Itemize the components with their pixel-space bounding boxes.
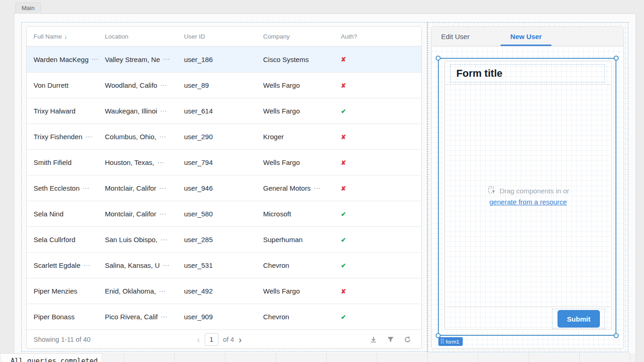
submit-button[interactable]: Submit: [558, 310, 600, 328]
table-cell[interactable]: Wells Fargo: [263, 158, 341, 166]
table-row[interactable]: Piper MenziesEnid, Oklahoma,⋯user_492Wel…: [27, 278, 421, 304]
form-component[interactable]: Form title Drag components in or generat…: [444, 61, 612, 330]
cell-overflow-icon[interactable]: ⋯: [157, 158, 164, 167]
table-cell[interactable]: user_794: [184, 158, 263, 166]
cell-overflow-icon[interactable]: ⋯: [313, 184, 320, 192]
cell-overflow-icon[interactable]: ⋯: [92, 55, 98, 63]
form-title-selection[interactable]: Form title: [450, 64, 605, 83]
table-cell[interactable]: Montclair, Califor⋯: [105, 184, 184, 192]
cell-overflow-icon[interactable]: ⋯: [159, 210, 166, 218]
cell-overflow-icon[interactable]: ⋯: [82, 184, 89, 192]
table-cell[interactable]: Kroger: [263, 133, 341, 141]
table-cell[interactable]: Sela Cullrford: [27, 236, 105, 243]
table-row[interactable]: Scarlett Egdale⋯Salina, Kansas, U⋯user_5…: [27, 252, 421, 278]
table-cell[interactable]: user_186: [184, 56, 263, 63]
cell-overflow-icon[interactable]: ⋯: [159, 287, 166, 295]
table-cell[interactable]: user_89: [184, 81, 263, 89]
table-cell[interactable]: General Motors⋯: [263, 184, 341, 192]
table-cell[interactable]: Woodland, Califo⋯: [105, 81, 184, 90]
column-header-full-name[interactable]: Full Name↓: [27, 33, 105, 40]
table-cell[interactable]: user_531: [184, 261, 263, 269]
table-cell[interactable]: Columbus, Ohio,⋯: [105, 133, 184, 141]
table-cell-auth[interactable]: ✘: [341, 159, 396, 166]
table-cell[interactable]: Superhuman: [263, 236, 341, 243]
cell-overflow-icon[interactable]: ⋯: [85, 133, 92, 141]
cell-overflow-icon[interactable]: ⋯: [160, 107, 167, 115]
table-cell-auth[interactable]: ✔: [341, 313, 396, 321]
table-cell[interactable]: Enid, Oklahoma,⋯: [105, 287, 184, 295]
cell-overflow-icon[interactable]: ⋯: [159, 133, 166, 141]
table-cell-auth[interactable]: ✘: [341, 133, 396, 141]
column-header-company[interactable]: Company: [263, 33, 341, 40]
table-cell[interactable]: user_946: [184, 184, 263, 192]
next-page-button[interactable]: ›: [239, 335, 242, 344]
table-cell-auth[interactable]: ✘: [341, 288, 396, 295]
cell-overflow-icon[interactable]: ⋯: [161, 313, 167, 321]
table-cell[interactable]: user_580: [184, 210, 263, 218]
prev-page-button[interactable]: ‹: [197, 335, 200, 344]
table-cell[interactable]: Montclair, Califor⋯: [105, 210, 184, 218]
table-cell[interactable]: user_909: [184, 313, 263, 321]
form-drop-zone[interactable]: Drag components in or generate from a re…: [445, 84, 611, 306]
table-cell[interactable]: Wells Fargo: [263, 287, 341, 295]
table-cell[interactable]: Houston, Texas,⋯: [105, 158, 184, 167]
cell-overflow-icon[interactable]: ⋯: [160, 236, 167, 244]
tab-edit-user[interactable]: Edit User: [441, 27, 470, 46]
table-cell-auth[interactable]: ✔: [341, 236, 396, 243]
resize-handle-bottom-right[interactable]: [614, 333, 619, 338]
table-cell-auth[interactable]: ✔: [341, 262, 396, 269]
table-cell-auth[interactable]: ✔: [341, 210, 396, 218]
table-cell[interactable]: Wells Fargo: [263, 81, 341, 89]
resize-handle-top-right[interactable]: [614, 56, 619, 61]
table-cell-auth[interactable]: ✔: [341, 107, 396, 115]
table-row[interactable]: Sela CullrfordSan Luis Obispo,⋯user_285S…: [27, 226, 421, 252]
generate-from-resource-link[interactable]: generate from a resource: [489, 198, 567, 206]
table-cell[interactable]: Cisco Systems: [263, 56, 341, 63]
table-cell[interactable]: user_492: [184, 287, 263, 295]
table-cell[interactable]: user_290: [184, 133, 263, 141]
table-cell[interactable]: Chevron: [263, 313, 341, 321]
table-cell[interactable]: Salina, Kansas, U⋯: [105, 261, 184, 270]
cell-overflow-icon[interactable]: ⋯: [163, 55, 170, 63]
table-cell-auth[interactable]: ✘: [341, 185, 396, 192]
table-cell-auth[interactable]: ✘: [341, 56, 396, 63]
users-table[interactable]: Full Name↓LocationUser IDCompanyAuth? Wa…: [26, 26, 422, 349]
column-header-user-id[interactable]: User ID: [184, 33, 263, 40]
table-cell[interactable]: Scarlett Egdale⋯: [27, 261, 105, 270]
table-cell[interactable]: Sela Nind: [27, 210, 105, 218]
table-cell[interactable]: Waukegan, Illinoi⋯: [105, 107, 184, 115]
cell-overflow-icon[interactable]: ⋯: [160, 81, 167, 90]
table-cell[interactable]: Piper Menzies: [27, 287, 105, 295]
table-cell[interactable]: Piper Bonass: [27, 313, 105, 321]
table-cell[interactable]: Von Durrett: [27, 81, 105, 89]
table-row[interactable]: Warden MacKegg⋯Valley Stream, Ne⋯user_18…: [27, 46, 421, 72]
table-row[interactable]: Trixy HalwardWaukegan, Illinoi⋯user_614W…: [27, 98, 421, 124]
refresh-icon[interactable]: [404, 336, 411, 343]
main-canvas-tab[interactable]: Main: [15, 2, 41, 14]
cell-overflow-icon[interactable]: ⋯: [162, 261, 169, 270]
table-cell[interactable]: Microsoft: [263, 210, 341, 218]
table-cell[interactable]: Valley Stream, Ne⋯: [105, 55, 184, 63]
table-cell[interactable]: Smith Fifield: [27, 158, 105, 166]
table-cell[interactable]: Seth Eccleston⋯: [27, 184, 105, 192]
cell-overflow-icon[interactable]: ⋯: [159, 184, 166, 192]
table-cell-auth[interactable]: ✘: [341, 82, 396, 89]
download-icon[interactable]: [370, 336, 377, 343]
table-cell[interactable]: San Luis Obispo,⋯: [105, 236, 184, 244]
table-row[interactable]: Von DurrettWoodland, Califo⋯user_89Wells…: [27, 72, 421, 98]
tab-new-user[interactable]: New User: [500, 27, 552, 46]
resize-handle-top-left[interactable]: [436, 56, 441, 61]
table-cell[interactable]: Wells Fargo: [263, 107, 341, 115]
table-row[interactable]: Smith FifieldHouston, Texas,⋯user_794Wel…: [27, 149, 421, 175]
table-cell[interactable]: Trixy Fishenden⋯: [27, 133, 105, 141]
column-header-location[interactable]: Location: [105, 33, 184, 40]
page-number-input[interactable]: [205, 333, 218, 346]
table-row[interactable]: Trixy Fishenden⋯Columbus, Ohio,⋯user_290…: [27, 124, 421, 149]
table-cell[interactable]: Trixy Halward: [27, 107, 105, 115]
table-cell[interactable]: Chevron: [263, 261, 341, 269]
cell-overflow-icon[interactable]: ⋯: [83, 261, 90, 270]
table-row[interactable]: Piper BonassPico Rivera, Calif⋯user_909C…: [27, 304, 421, 329]
column-header-auth-[interactable]: Auth?: [341, 33, 396, 40]
filter-icon[interactable]: [387, 336, 394, 343]
table-cell[interactable]: user_614: [184, 107, 263, 115]
